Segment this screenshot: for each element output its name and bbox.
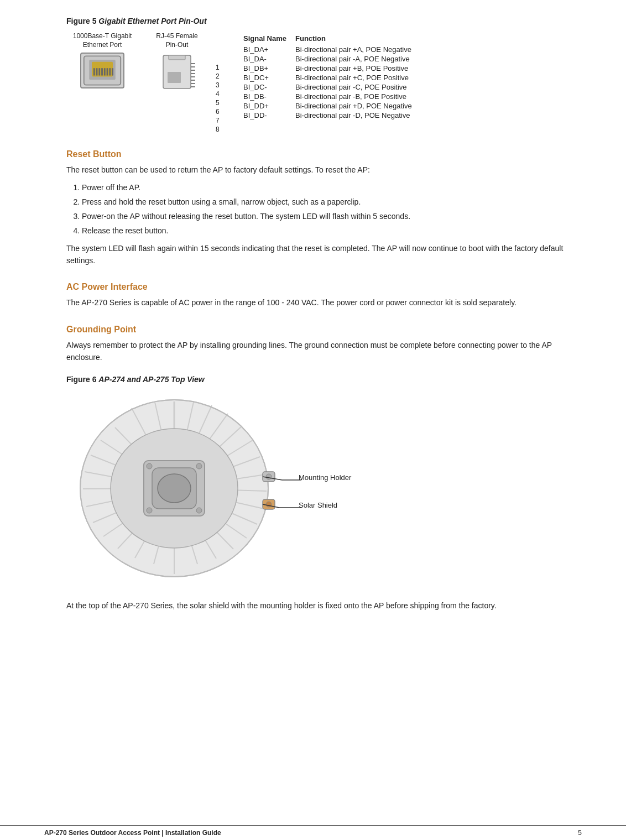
signal-name-cell: BI_DC+ — [243, 73, 295, 82]
mounting-holder-label: Mounting Holder — [299, 473, 351, 482]
ethernet-port-col: 1000Base-T Gigabit Ethernet Port — [66, 32, 138, 88]
svg-point-57 — [147, 463, 152, 469]
svg-rect-3 — [93, 68, 95, 75]
svg-point-58 — [196, 463, 202, 469]
function-cell: Bi-directional pair +C, POE Positive — [295, 73, 421, 82]
reset-step-item: Power off the AP. — [82, 181, 582, 195]
pin-row: BI_DC+Bi-directional pair +C, POE Positi… — [243, 73, 421, 82]
pin-row: BI_DD+Bi-directional pair +D, POE Negati… — [243, 101, 421, 111]
svg-rect-12 — [169, 55, 185, 60]
svg-rect-9 — [109, 68, 111, 75]
signal-name-cell: BI_DB- — [243, 92, 295, 101]
pin-row: BI_DA+Bi-directional pair +A, POE Negati… — [243, 45, 421, 54]
pinout-diagram: 1000Base-T Gigabit Ethernet Port — [66, 32, 582, 134]
signal-name-cell: BI_DA- — [243, 54, 295, 64]
svg-rect-4 — [96, 68, 98, 75]
grounding-point-body: Always remember to protect the AP by ins… — [66, 339, 582, 364]
ap-device-figure — [66, 392, 304, 580]
signal-col-header: Signal Name — [243, 34, 295, 45]
svg-point-60 — [196, 508, 202, 513]
svg-rect-5 — [98, 68, 100, 75]
pin-row: BI_DC-Bi-directional pair -C, POE Positi… — [243, 82, 421, 92]
ac-power-heading: AC Power Interface — [66, 282, 582, 292]
pin-row: BI_DA-Bi-directional pair -A, POE Negati… — [243, 54, 421, 64]
figure6-outro: At the top of the AP-270 Series, the sol… — [66, 599, 582, 612]
reset-button-intro: The reset button can be used to return t… — [66, 164, 582, 176]
ethernet-port-image — [80, 53, 124, 88]
function-cell: Bi-directional pair +D, POE Negative — [295, 101, 421, 111]
function-cell: Bi-directional pair +B, POE Positive — [295, 64, 421, 73]
reset-step-item: Press and hold the reset button using a … — [82, 196, 582, 209]
reset-step-item: Power-on the AP without releasing the re… — [82, 210, 582, 223]
footer-page-number: 5 — [578, 829, 582, 837]
signal-name-cell: BI_DD+ — [243, 101, 295, 111]
pin-row: BI_DB-Bi-directional pair -B, POE Positi… — [243, 92, 421, 101]
pin-numbers: 1 2 3 4 5 6 7 8 — [216, 32, 232, 134]
ac-power-body: The AP-270 Series is capable of AC power… — [66, 296, 582, 309]
reset-button-outro: The system LED will flash again within 1… — [66, 242, 582, 267]
svg-rect-7 — [104, 68, 106, 75]
svg-rect-21 — [168, 72, 181, 83]
svg-point-56 — [158, 474, 191, 503]
function-cell: Bi-directional pair -A, POE Negative — [295, 54, 421, 64]
footer: AP-270 Series Outdoor Access Point | Ins… — [0, 825, 626, 840]
pin-row: BI_DD-Bi-directional pair -D, POE Negati… — [243, 111, 421, 120]
solar-shield-label: Solar Shield — [299, 501, 337, 509]
pin-row: BI_DB+Bi-directional pair +B, POE Positi… — [243, 64, 421, 73]
svg-rect-6 — [101, 68, 103, 75]
svg-rect-10 — [112, 68, 113, 75]
figure6-title: Figure 6 AP-274 and AP-275 Top View — [66, 375, 582, 384]
function-col-header: Function — [295, 34, 421, 45]
svg-point-59 — [147, 508, 152, 513]
signal-name-cell: BI_DB+ — [243, 64, 295, 73]
grounding-point-heading: Grounding Point — [66, 325, 582, 335]
rj45-label: RJ-45 Female Pin-Out — [156, 32, 197, 49]
function-cell: Bi-directional pair -B, POE Positive — [295, 92, 421, 101]
reset-steps-list: Power off the AP.Press and hold the rese… — [82, 181, 582, 237]
figure6-wrapper: Mounting Holder Solar Shield — [66, 392, 420, 591]
figure5-title: Figure 5 Gigabit Ethernet Port Pin-Out — [66, 17, 582, 25]
function-cell: Bi-directional pair +A, POE Negative — [295, 45, 421, 54]
function-cell: Bi-directional pair -C, POE Positive — [295, 82, 421, 92]
signal-name-cell: BI_DC- — [243, 82, 295, 92]
reset-button-heading: Reset Button — [66, 149, 582, 159]
function-cell: Bi-directional pair -D, POE Negative — [295, 111, 421, 120]
ethernet-port-label: 1000Base-T Gigabit Ethernet Port — [73, 32, 132, 49]
footer-left: AP-270 Series Outdoor Access Point | Ins… — [44, 829, 221, 837]
signal-name-cell: BI_DD- — [243, 111, 295, 120]
signal-function-table: Signal Name Function BI_DA+Bi-directiona… — [243, 34, 421, 120]
rj45-image — [158, 53, 196, 97]
signal-name-cell: BI_DA+ — [243, 45, 295, 54]
svg-point-62 — [266, 474, 272, 479]
rj45-col: RJ-45 Female Pin-Out — [149, 32, 205, 97]
svg-rect-8 — [107, 68, 108, 75]
reset-step-item: Release the reset button. — [82, 225, 582, 238]
